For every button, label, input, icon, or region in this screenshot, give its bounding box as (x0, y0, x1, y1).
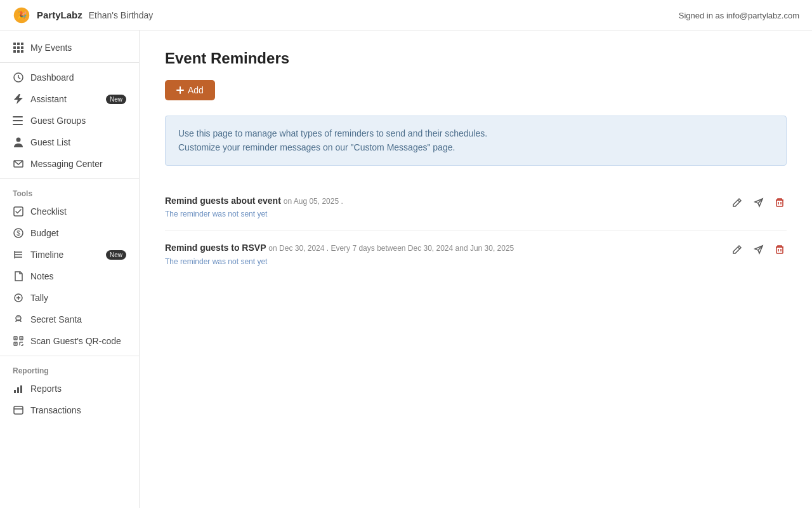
header-left: 🎉 PartyLabz Ethan's Birthday (13, 6, 153, 24)
svg-rect-6 (17, 46, 20, 49)
sidebar-item-reports[interactable]: Reports (0, 378, 139, 399)
reminder-status: The reminder was not sent yet (165, 257, 717, 266)
sidebar-item-budget[interactable]: $ Budget (0, 222, 139, 244)
add-button[interactable]: Add (165, 80, 215, 100)
sidebar-item-notes-label: Notes (30, 271, 126, 281)
edit-icon (732, 244, 742, 255)
logo-icon: 🎉 (13, 6, 30, 24)
delete-button[interactable] (773, 195, 787, 210)
sidebar-item-messaging-center[interactable]: Messaging Center (0, 153, 139, 175)
sidebar-item-secret-santa[interactable]: Secret Santa (0, 309, 139, 330)
svg-rect-49 (776, 200, 783, 206)
svg-rect-34 (15, 344, 16, 345)
svg-rect-55 (776, 247, 783, 253)
info-box-line1: Use this page to manage what types of re… (178, 126, 773, 140)
top-header: 🎉 PartyLabz Ethan's Birthday Signed in a… (0, 0, 812, 30)
sidebar: My Events Dashboard Assistant New (0, 30, 140, 508)
sidebar-item-guest-groups-label: Guest Groups (30, 116, 126, 126)
groups-icon (13, 115, 24, 126)
sidebar-item-messaging-label: Messaging Center (30, 159, 126, 169)
reminder-meta: on Aug 05, 2025 . (284, 197, 343, 206)
sidebar-item-transactions[interactable]: Transactions (0, 399, 139, 421)
reminder-title: Remind guests to RSVP on Dec 30, 2024 . … (165, 242, 717, 255)
reporting-section-label: Reporting (0, 360, 139, 378)
svg-rect-40 (17, 387, 19, 393)
event-name: Ethan's Birthday (89, 10, 154, 20)
svg-rect-14 (13, 124, 23, 125)
edit-button[interactable] (730, 242, 745, 257)
svg-rect-10 (21, 50, 23, 53)
dashboard-icon (13, 72, 24, 83)
info-box: Use this page to manage what types of re… (165, 116, 787, 166)
edit-button[interactable] (730, 195, 745, 210)
sidebar-divider-1 (0, 62, 139, 63)
timeline-new-badge: New (106, 250, 126, 260)
svg-line-52 (738, 247, 740, 249)
svg-rect-9 (17, 50, 20, 53)
svg-rect-39 (14, 390, 16, 393)
svg-text:$: $ (16, 230, 20, 237)
svg-text:🎉: 🎉 (17, 10, 27, 20)
sidebar-item-tally[interactable]: Tally (0, 287, 139, 309)
sidebar-item-scan-qr-label: Scan Guest's QR-code (30, 336, 126, 346)
send-icon (754, 244, 764, 255)
svg-rect-2 (13, 43, 16, 45)
send-button[interactable] (751, 195, 766, 210)
sidebar-item-guest-groups[interactable]: Guest Groups (0, 110, 139, 131)
tools-section-label: Tools (0, 183, 139, 201)
sidebar-item-my-events[interactable]: My Events (0, 37, 139, 58)
svg-rect-32 (15, 338, 16, 339)
reminder-status: The reminder was not sent yet (165, 210, 717, 218)
sidebar-item-guest-list[interactable]: Guest List (0, 131, 139, 153)
checklist-icon (13, 206, 24, 217)
reminder-left: Remind guests about event on Aug 05, 202… (165, 195, 717, 219)
sidebar-item-dashboard[interactable]: Dashboard (0, 67, 139, 88)
svg-rect-42 (14, 406, 23, 414)
sidebar-item-assistant[interactable]: Assistant New (0, 88, 139, 110)
qr-icon (13, 335, 24, 347)
bolt-icon (13, 93, 24, 105)
sidebar-item-checklist-label: Checklist (30, 206, 126, 217)
trash-icon (775, 197, 784, 208)
transactions-icon (13, 404, 24, 416)
budget-icon: $ (13, 227, 24, 239)
svg-rect-41 (20, 385, 22, 393)
sidebar-item-tally-label: Tally (30, 293, 126, 303)
main-layout: My Events Dashboard Assistant New (0, 30, 812, 508)
mail-icon (13, 158, 24, 170)
reminder-title: Remind guests about event on Aug 05, 202… (165, 195, 717, 208)
sidebar-item-assistant-label: Assistant (30, 94, 100, 104)
sidebar-item-reports-label: Reports (30, 384, 126, 394)
sidebar-item-secret-santa-label: Secret Santa (30, 314, 126, 324)
sidebar-item-transactions-label: Transactions (30, 405, 126, 415)
send-button[interactable] (751, 242, 766, 257)
sidebar-item-notes[interactable]: Notes (0, 265, 139, 287)
edit-icon (732, 197, 742, 208)
delete-button[interactable] (773, 242, 787, 257)
timeline-icon (13, 249, 24, 260)
plus-icon (176, 86, 184, 94)
svg-rect-33 (21, 338, 22, 339)
reminder-actions (730, 242, 787, 257)
svg-line-46 (738, 200, 740, 202)
sidebar-divider-2 (0, 178, 139, 179)
assistant-new-badge: New (106, 95, 126, 104)
reminder-actions (730, 195, 787, 210)
svg-rect-5 (13, 46, 16, 49)
signed-in-text: Signed in as info@partylabz.com (679, 11, 799, 20)
tally-icon (13, 292, 24, 304)
info-box-line2: Customize your reminder messages on our … (178, 140, 773, 154)
app-name: PartyLabz (37, 10, 82, 20)
reminder-item: Remind guests about event on Aug 05, 202… (165, 184, 787, 231)
sidebar-item-scan-qr[interactable]: Scan Guest's QR-code (0, 330, 139, 352)
sidebar-item-timeline-label: Timeline (30, 250, 100, 260)
grid-icon (13, 42, 24, 53)
sidebar-item-checklist[interactable]: Checklist (0, 201, 139, 222)
sidebar-item-budget-label: Budget (30, 228, 126, 238)
add-button-label: Add (188, 85, 204, 95)
sidebar-item-timeline[interactable]: Timeline New (0, 244, 139, 265)
reports-icon (13, 383, 24, 394)
svg-point-15 (16, 138, 21, 142)
santa-icon (13, 314, 24, 325)
svg-rect-8 (13, 50, 16, 53)
